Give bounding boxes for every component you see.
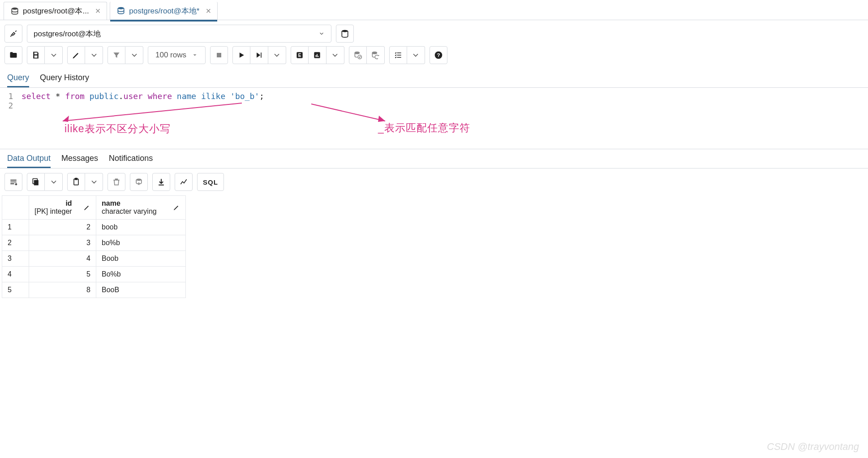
database-query-icon [116, 6, 125, 15]
row-number-header[interactable] [2, 196, 29, 220]
save-data-button[interactable] [130, 173, 148, 191]
play-cursor-icon [254, 51, 263, 60]
analyze-button[interactable] [309, 46, 327, 64]
svg-rect-19 [34, 180, 39, 186]
chart-bar-icon [313, 51, 322, 60]
column-header-name[interactable]: name character varying [96, 196, 186, 220]
execute-button[interactable] [232, 46, 250, 64]
column-header-id[interactable]: id [PK] integer [29, 196, 96, 220]
filter-dropdown[interactable] [125, 46, 143, 64]
tab-query-1[interactable]: postgres/root@本... × [4, 2, 107, 20]
cell-id[interactable]: 5 [29, 267, 96, 282]
explain-icon: E [295, 51, 304, 60]
editor-tabs: postgres/root@本... × postgres/root@本地* × [0, 0, 868, 20]
macros-button[interactable] [389, 46, 407, 64]
explain-button[interactable]: E [291, 46, 309, 64]
cell-name[interactable]: bo%b [96, 235, 186, 251]
save-icon [31, 51, 40, 60]
tab-notifications[interactable]: Notifications [109, 154, 153, 168]
tab-query-history[interactable]: Query History [40, 73, 89, 87]
save-button[interactable] [27, 46, 45, 64]
column-type: [PK] integer [34, 207, 72, 216]
table-row[interactable]: 1 2 boob [2, 220, 186, 235]
row-number: 3 [2, 251, 29, 267]
save-dropdown[interactable] [45, 46, 63, 64]
cell-id[interactable]: 8 [29, 282, 96, 298]
tab-label: postgres/root@本地* [129, 6, 199, 16]
svg-rect-7 [316, 55, 317, 57]
cell-name[interactable]: Bo%b [96, 267, 186, 282]
svg-line-15 [63, 103, 242, 121]
execute-dropdown[interactable] [268, 46, 286, 64]
stop-button[interactable] [210, 46, 228, 64]
execute-cursor-button[interactable] [250, 46, 268, 64]
rows-limit-select[interactable]: 100 rows [148, 46, 206, 64]
download-button[interactable] [152, 173, 170, 191]
paste-group [67, 173, 103, 191]
db-check-icon [353, 51, 362, 60]
sql-line-1: select * from public.user where name ili… [21, 91, 264, 101]
cell-name[interactable]: boob [96, 220, 186, 235]
svg-text:E: E [298, 53, 301, 58]
svg-rect-22 [75, 178, 77, 180]
annotation-left: ilike表示不区分大小写 [64, 122, 171, 136]
paste-dropdown[interactable] [85, 173, 103, 191]
chart-button[interactable] [175, 173, 193, 191]
table-row[interactable]: 5 8 BooB [2, 282, 186, 298]
help-button[interactable]: ? [430, 46, 447, 64]
line-number: 1 [0, 91, 21, 101]
svg-rect-8 [317, 54, 318, 57]
svg-point-1 [118, 7, 124, 9]
cell-id[interactable]: 2 [29, 220, 96, 235]
commit-button[interactable] [349, 46, 367, 64]
sql-button[interactable]: SQL [197, 173, 224, 191]
database-picker-button[interactable] [336, 25, 354, 43]
connection-select[interactable]: postgres/root@本地 [27, 25, 331, 43]
column-type: character varying [102, 207, 157, 216]
paste-button[interactable] [67, 173, 85, 191]
svg-rect-9 [318, 56, 319, 57]
db-undo-icon [371, 51, 380, 60]
explain-dropdown[interactable] [327, 46, 344, 64]
commit-group [349, 46, 385, 64]
tab-query[interactable]: Query [7, 73, 29, 87]
tab-data-output[interactable]: Data Output [7, 154, 51, 168]
edit-dropdown[interactable] [85, 46, 103, 64]
db-save-icon [134, 177, 143, 186]
pencil-icon[interactable] [83, 204, 90, 211]
connection-label: postgres/root@本地 [34, 29, 101, 39]
copy-button[interactable] [27, 173, 45, 191]
rows-limit-label: 100 rows [155, 51, 186, 60]
line-chart-icon [179, 177, 188, 186]
svg-point-10 [355, 52, 359, 54]
delete-button[interactable] [107, 173, 125, 191]
add-row-button[interactable] [4, 173, 22, 191]
copy-group [27, 173, 63, 191]
cell-name[interactable]: BooB [96, 282, 186, 298]
connection-status-button[interactable] [4, 25, 22, 43]
copy-icon [31, 177, 40, 186]
table-row[interactable]: 2 3 bo%b [2, 235, 186, 251]
execute-group [232, 46, 286, 64]
cell-id[interactable]: 3 [29, 235, 96, 251]
macros-group [389, 46, 425, 64]
filter-button[interactable] [107, 46, 125, 64]
tab-query-2[interactable]: postgres/root@本地* × [110, 2, 218, 20]
svg-rect-3 [217, 53, 221, 57]
macros-dropdown[interactable] [407, 46, 425, 64]
chevron-down-icon [272, 51, 281, 60]
tab-messages[interactable]: Messages [61, 154, 98, 168]
pencil-icon[interactable] [173, 204, 180, 211]
add-row-icon [9, 177, 18, 186]
table-row[interactable]: 3 4 Boob [2, 251, 186, 267]
copy-dropdown[interactable] [45, 173, 63, 191]
rollback-button[interactable] [367, 46, 385, 64]
sql-editor[interactable]: 1 select * from public.user where name i… [0, 88, 868, 149]
close-icon[interactable]: × [95, 6, 101, 16]
cell-id[interactable]: 4 [29, 251, 96, 267]
cell-name[interactable]: Boob [96, 251, 186, 267]
open-file-button[interactable] [4, 46, 22, 64]
edit-button[interactable] [67, 46, 85, 64]
table-row[interactable]: 4 5 Bo%b [2, 267, 186, 282]
close-icon[interactable]: × [206, 6, 211, 16]
